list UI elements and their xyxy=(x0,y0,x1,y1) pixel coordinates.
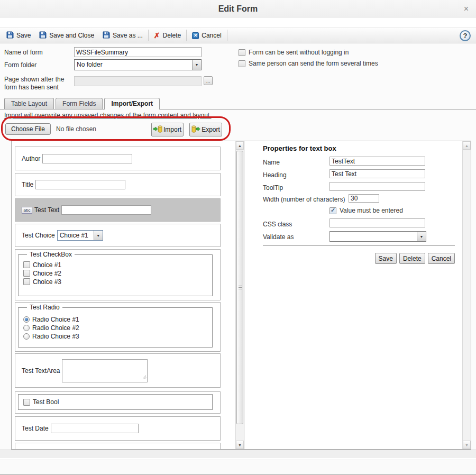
import-label: Import xyxy=(163,126,181,133)
export-button[interactable]: Export xyxy=(189,123,222,136)
name-label: Name xyxy=(263,159,280,166)
name-input[interactable] xyxy=(329,157,425,166)
css-class-input[interactable] xyxy=(329,218,425,227)
chevron-down-icon[interactable]: ▼ xyxy=(192,60,201,70)
choose-file-button[interactable]: Choose File xyxy=(5,123,51,135)
field-label: Test Choice xyxy=(22,232,55,239)
page-after-sent-label: Page shown after the form has been sent xyxy=(4,76,73,92)
option-label: Choice #2 xyxy=(33,270,61,277)
save-as-label: Save as ... xyxy=(113,32,143,39)
properties-save-button[interactable]: Save xyxy=(375,253,397,264)
preview-scrollbar[interactable]: ▲ ▼ xyxy=(235,141,244,449)
test-choice-select[interactable]: Choice #1 ▼ xyxy=(57,230,103,241)
preview-field-test-radio[interactable]: Test Radio Radio Choice #1 Radio Choice … xyxy=(15,302,221,352)
chevron-down-icon[interactable]: ▼ xyxy=(94,231,103,240)
scroll-up-icon[interactable]: ▲ xyxy=(463,141,471,150)
properties-scrollbar[interactable]: ▲ ▼ xyxy=(462,141,471,449)
save-and-close-button[interactable]: Save and Close xyxy=(35,29,98,42)
save-as-button[interactable]: Save as ... xyxy=(98,29,147,42)
checkbox-icon[interactable] xyxy=(23,261,30,268)
preview-field-title[interactable]: Title xyxy=(15,173,221,196)
test-text-input[interactable] xyxy=(61,205,151,215)
save-button[interactable]: Save xyxy=(2,29,35,42)
floppy-icon xyxy=(103,31,110,40)
chevron-down-icon[interactable]: ▼ xyxy=(417,232,426,241)
scroll-up-icon[interactable]: ▲ xyxy=(236,141,244,150)
radio-selected-icon[interactable] xyxy=(23,316,30,323)
radio-icon[interactable] xyxy=(23,333,30,340)
width-input[interactable] xyxy=(349,194,379,203)
name-of-form-input[interactable] xyxy=(74,47,202,57)
tooltip-input[interactable] xyxy=(329,182,425,191)
preview-field-test-text-selected[interactable]: abc Test Text xyxy=(15,198,221,222)
floppy-icon xyxy=(39,31,47,40)
tab-import-export[interactable]: Import/Export xyxy=(104,98,160,109)
bool-frame: Test Bool xyxy=(18,394,213,410)
toolbar: Save Save and Close Save as ... ✗ Delete… xyxy=(0,28,476,43)
checkbox-group-frame: Test CheckBox Choice #1 Choice #2 Choice… xyxy=(18,254,213,296)
checkbox-option[interactable]: Choice #2 xyxy=(23,269,61,277)
test-textarea-input[interactable] xyxy=(62,359,148,382)
option-send-several-times[interactable]: Same person can send the form several ti… xyxy=(239,60,378,67)
scrollbar-thumb[interactable] xyxy=(236,151,243,424)
preview-field-test-choice[interactable]: Test Choice Choice #1 ▼ xyxy=(15,224,221,247)
form-preview-panel: Author Title abc Test Text Test Choice C… xyxy=(11,141,244,450)
checkbox-option[interactable]: Choice #1 xyxy=(23,261,61,269)
checkbox-checked-icon[interactable] xyxy=(329,207,336,214)
form-folder-value: No folder xyxy=(75,60,192,70)
properties-delete-button[interactable]: Delete xyxy=(399,253,425,264)
checkbox-option[interactable]: Choice #3 xyxy=(23,278,61,286)
toolbar-separator xyxy=(186,30,187,41)
heading-input[interactable] xyxy=(329,169,425,178)
titlebar: Edit Form × xyxy=(0,0,476,17)
close-icon[interactable]: × xyxy=(464,0,469,17)
import-icon xyxy=(153,125,162,134)
tab-table-layout[interactable]: Table Layout xyxy=(4,98,54,109)
radio-option[interactable]: Radio Choice #1 xyxy=(23,315,79,323)
preview-field-test-number[interactable]: Test Number xyxy=(15,443,221,450)
checkbox-icon[interactable] xyxy=(23,270,30,277)
validate-as-select[interactable]: ▼ xyxy=(329,231,426,242)
test-date-input[interactable] xyxy=(51,424,139,433)
css-class-label: CSS class xyxy=(263,221,292,228)
properties-panel: Properties for text box Name Heading Too… xyxy=(244,141,471,450)
test-choice-value: Choice #1 xyxy=(58,231,94,240)
cancel-button[interactable]: ✕ Cancel xyxy=(188,29,225,42)
radio-option[interactable]: Radio Choice #2 xyxy=(23,324,79,332)
radio-option[interactable]: Radio Choice #3 xyxy=(23,332,79,340)
checkbox-icon[interactable] xyxy=(23,278,30,285)
preview-field-author[interactable]: Author xyxy=(15,147,221,170)
scroll-down-icon[interactable]: ▼ xyxy=(463,441,471,449)
page-after-sent-input xyxy=(74,76,202,86)
option-send-without-login[interactable]: Form can be sent without logging in xyxy=(239,49,349,56)
resize-handle-icon[interactable] xyxy=(142,373,147,381)
checkbox-icon[interactable] xyxy=(23,399,30,406)
checkbox-icon[interactable] xyxy=(239,60,245,67)
scroll-down-icon[interactable]: ▼ xyxy=(236,441,244,449)
browse-button[interactable]: ... xyxy=(204,76,213,85)
title-input[interactable] xyxy=(35,180,125,189)
radio-icon[interactable] xyxy=(23,325,30,331)
preview-field-test-bool[interactable]: Test Bool xyxy=(15,391,221,414)
group-legend: Test Radio xyxy=(27,304,62,311)
tab-form-fields[interactable]: Form Fields xyxy=(56,98,103,109)
preview-field-test-textarea[interactable]: Test TextArea xyxy=(15,353,221,388)
author-input[interactable] xyxy=(42,154,132,163)
form-folder-select[interactable]: No folder ▼ xyxy=(74,59,202,70)
help-icon[interactable]: ? xyxy=(460,30,471,41)
option-label: Same person can send the form several ti… xyxy=(249,60,378,67)
option-label: Value must be entered xyxy=(340,207,403,214)
export-label: Export xyxy=(202,126,220,133)
properties-cancel-button[interactable]: Cancel xyxy=(428,253,455,264)
delete-button[interactable]: ✗ Delete xyxy=(150,29,185,42)
preview-field-test-date[interactable]: Test Date xyxy=(15,416,221,441)
dialog-title: Edit Form xyxy=(0,0,476,17)
textbox-abc-icon: abc xyxy=(22,207,32,214)
import-button[interactable]: Import xyxy=(151,123,184,136)
tooltip-label: ToolTip xyxy=(263,184,283,191)
checkbox-icon[interactable] xyxy=(239,49,245,56)
value-must-be-entered-option[interactable]: Value must be entered xyxy=(329,207,403,214)
preview-field-test-checkbox[interactable]: Test CheckBox Choice #1 Choice #2 Choice… xyxy=(15,249,221,300)
import-export-panel: Import will overwrite any unsaved change… xyxy=(0,109,476,141)
width-label: Width (number of characters) xyxy=(263,196,345,203)
